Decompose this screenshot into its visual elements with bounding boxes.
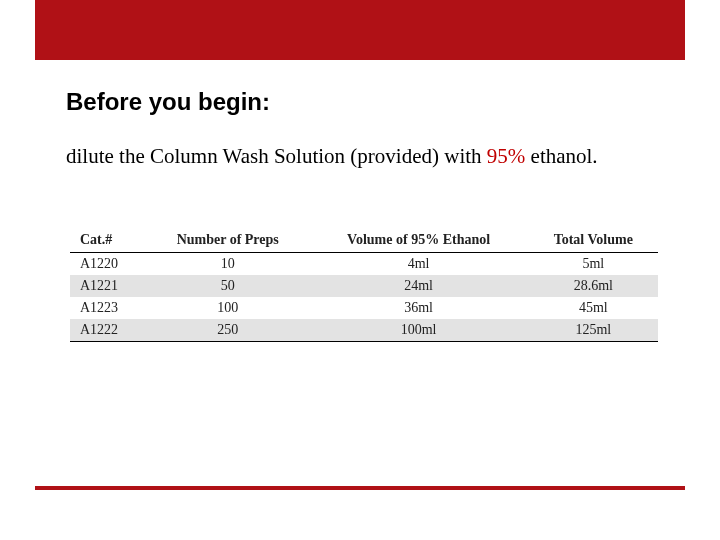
table-row: A1220 10 4ml 5ml — [70, 253, 658, 276]
cell-cat: A1223 — [70, 297, 147, 319]
cell-preps: 10 — [147, 253, 309, 276]
cell-cat: A1222 — [70, 319, 147, 342]
table-header-row: Cat.# Number of Preps Volume of 95% Etha… — [70, 228, 658, 253]
body-text: dilute the Column Wash Solution (provide… — [66, 143, 626, 169]
col-cat: Cat.# — [70, 228, 147, 253]
body-pre: dilute the Column Wash Solution (provide… — [66, 144, 487, 168]
col-preps: Number of Preps — [147, 228, 309, 253]
col-total: Total Volume — [529, 228, 658, 253]
cell-preps: 100 — [147, 297, 309, 319]
body-post: ethanol. — [525, 144, 597, 168]
table-row: A1223 100 36ml 45ml — [70, 297, 658, 319]
footer-rule — [35, 486, 685, 490]
dilution-table-wrap: Cat.# Number of Preps Volume of 95% Etha… — [70, 228, 658, 342]
cell-preps: 250 — [147, 319, 309, 342]
cell-cat: A1221 — [70, 275, 147, 297]
cell-ethanol: 100ml — [309, 319, 529, 342]
table-row: A1221 50 24ml 28.6ml — [70, 275, 658, 297]
col-ethanol: Volume of 95% Ethanol — [309, 228, 529, 253]
cell-cat: A1220 — [70, 253, 147, 276]
header-bar — [35, 0, 685, 60]
cell-total: 125ml — [529, 319, 658, 342]
cell-total: 45ml — [529, 297, 658, 319]
cell-ethanol: 4ml — [309, 253, 529, 276]
cell-preps: 50 — [147, 275, 309, 297]
dilution-table: Cat.# Number of Preps Volume of 95% Etha… — [70, 228, 658, 342]
cell-total: 28.6ml — [529, 275, 658, 297]
cell-ethanol: 36ml — [309, 297, 529, 319]
table-row: A1222 250 100ml 125ml — [70, 319, 658, 342]
slide: Before you begin: dilute the Column Wash… — [0, 0, 720, 540]
cell-total: 5ml — [529, 253, 658, 276]
table-body: A1220 10 4ml 5ml A1221 50 24ml 28.6ml A1… — [70, 253, 658, 342]
body-highlight: 95% — [487, 144, 526, 168]
cell-ethanol: 24ml — [309, 275, 529, 297]
section-heading: Before you begin: — [66, 88, 270, 116]
